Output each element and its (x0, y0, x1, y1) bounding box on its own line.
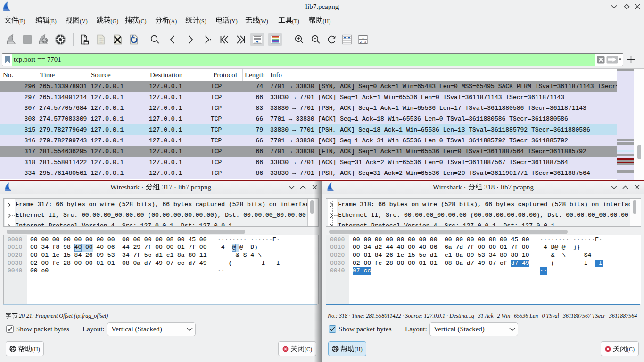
svg-text:0111: 0111 (99, 41, 104, 43)
